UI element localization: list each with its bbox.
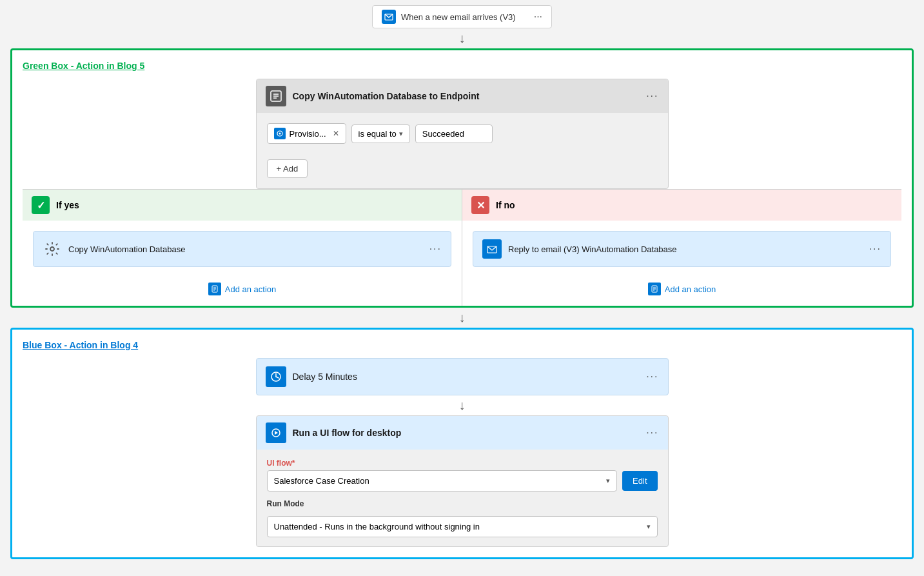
yes-add-action-icon (208, 283, 221, 295)
if-no-header: ✕ If no (462, 189, 901, 221)
no-action-email-icon (482, 239, 502, 259)
condition-title: Copy WinAutomation Database to Endpoint (293, 91, 640, 101)
green-box-label[interactable]: Green Box - Action in Blog 5 (23, 61, 901, 71)
no-add-action-link[interactable]: Add an action (462, 277, 901, 306)
split-yes-section: ✓ If yes Copy WinAutomation Database ··· (23, 189, 462, 306)
ui-flow-select-value: Salesforce Case Creation (274, 476, 369, 486)
chip-icon (274, 128, 286, 139)
blue-box-label[interactable]: Blue Box - Action in Blog 4 (23, 340, 901, 350)
if-yes-label: If yes (56, 200, 79, 210)
arrow-trigger-to-green: ↓ (0, 28, 924, 48)
arrow-green-to-blue: ↓ (0, 308, 924, 328)
ui-flow-select-chevron-icon: ▾ (606, 477, 610, 485)
condition-body: Provisio... ✕ is equal to ▾ Succeeded (257, 113, 668, 154)
yes-action-more-button[interactable]: ··· (429, 243, 442, 255)
no-icon: ✕ (471, 196, 489, 214)
yes-action-title: Copy WinAutomation Database (68, 244, 423, 254)
run-mode-select[interactable]: Unattended - Runs in the background with… (267, 516, 658, 537)
operator-text: is equal to (359, 129, 397, 139)
chip-text: Provisio... (290, 129, 326, 139)
split-no-section: ✕ If no Reply to email (V3) WinAutomatio… (462, 189, 901, 306)
svg-point-8 (50, 247, 54, 251)
yes-action-gear-icon (43, 239, 62, 259)
ui-flow-title: Run a UI flow for desktop (293, 428, 640, 438)
no-action-card[interactable]: Reply to email (V3) WinAutomation Databa… (473, 231, 891, 267)
ui-flow-select[interactable]: Salesforce Case Creation ▾ (267, 470, 618, 492)
delay-block: Delay 5 Minutes ··· (256, 358, 669, 395)
arrow-delay-to-uiflow: ↓ (23, 395, 901, 415)
svg-line-21 (276, 377, 279, 378)
yes-action-card[interactable]: Copy WinAutomation Database ··· (33, 231, 451, 267)
operator-chevron-icon: ▾ (399, 130, 403, 138)
no-add-action-icon (648, 283, 661, 295)
no-action-more-button[interactable]: ··· (869, 243, 881, 255)
trigger-section: When a new email arrives (V3) ··· (0, 0, 924, 28)
yes-icon: ✓ (32, 196, 50, 214)
condition-footer: + Add (257, 154, 668, 188)
trigger-pill[interactable]: When a new email arrives (V3) ··· (372, 5, 552, 28)
ui-flow-icon (266, 422, 286, 443)
split-row: ✓ If yes Copy WinAutomation Database ··· (23, 189, 901, 306)
no-action-title: Reply to email (V3) WinAutomation Databa… (508, 244, 863, 254)
condition-chip[interactable]: Provisio... ✕ (267, 123, 346, 144)
svg-point-7 (279, 133, 280, 135)
yes-add-action-link[interactable]: Add an action (23, 277, 462, 306)
run-mode-chevron-icon: ▾ (647, 522, 651, 531)
delay-more-button[interactable]: ··· (646, 371, 658, 382)
ui-flow-field-label: UI flow* (267, 459, 658, 468)
ui-flow-body: UI flow* Salesforce Case Creation ▾ Edit… (257, 450, 668, 546)
yes-add-action-label: Add an action (225, 284, 277, 294)
delay-icon (266, 366, 286, 387)
condition-more-button[interactable]: ··· (646, 90, 658, 102)
trigger-icon (382, 10, 396, 24)
condition-operator[interactable]: is equal to ▾ (351, 124, 410, 143)
blue-box: Blue Box - Action in Blog 4 Delay 5 Minu… (10, 328, 914, 559)
add-condition-button[interactable]: + Add (267, 159, 308, 178)
ui-flow-more-button[interactable]: ··· (646, 427, 658, 439)
ui-flow-block: Run a UI flow for desktop ··· UI flow* S… (256, 415, 669, 547)
condition-icon (266, 86, 286, 106)
trigger-more-button[interactable]: ··· (534, 11, 542, 23)
if-no-label: If no (496, 200, 515, 210)
no-add-action-label: Add an action (665, 284, 716, 294)
run-mode-value: Unattended - Runs in the background with… (274, 522, 480, 531)
ui-flow-select-row: Salesforce Case Creation ▾ Edit (267, 470, 658, 492)
ui-flow-required-mark: * (292, 459, 295, 468)
run-mode-label: Run Mode (267, 499, 658, 508)
trigger-label: When a new email arrives (V3) (401, 12, 516, 22)
if-yes-header: ✓ If yes (23, 189, 462, 221)
delay-title: Delay 5 Minutes (293, 372, 640, 382)
condition-value[interactable]: Succeeded (415, 124, 493, 143)
chip-remove-button[interactable]: ✕ (333, 129, 339, 138)
condition-block: Copy WinAutomation Database to Endpoint … (256, 79, 669, 189)
edit-button[interactable]: Edit (622, 471, 657, 491)
green-box: Green Box - Action in Blog 5 Copy WinAut… (10, 48, 914, 308)
ui-flow-header: Run a UI flow for desktop ··· (257, 416, 668, 450)
condition-header: Copy WinAutomation Database to Endpoint … (257, 79, 668, 113)
